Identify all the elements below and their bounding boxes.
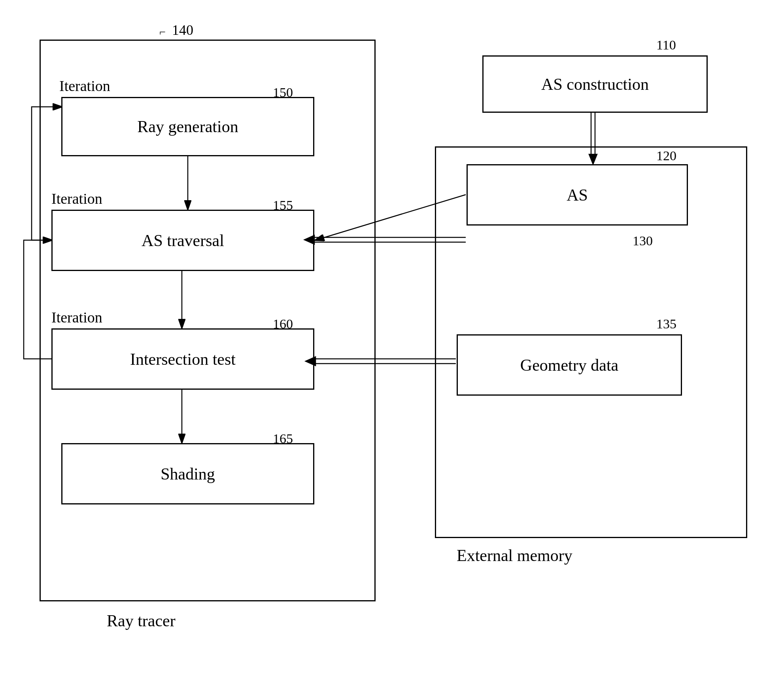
ref-120: 120 bbox=[656, 148, 676, 163]
as-construction-block: AS construction bbox=[482, 55, 708, 113]
ray-tracer-label: Ray tracer bbox=[107, 611, 176, 630]
as-block: AS bbox=[467, 164, 688, 226]
ref-110: 110 bbox=[656, 38, 676, 53]
external-memory-label: External memory bbox=[457, 546, 572, 565]
ref-140-arrow: ⌐ bbox=[159, 26, 166, 38]
ref-130: 130 bbox=[633, 233, 653, 248]
as-traversal-block: AS traversal bbox=[51, 210, 314, 271]
geometry-data-block: Geometry data bbox=[457, 334, 682, 396]
shading-block: Shading bbox=[61, 443, 314, 504]
ray-generation-block: Ray generation bbox=[61, 97, 314, 156]
ref-150: 150 bbox=[273, 85, 293, 100]
ref-135: 135 bbox=[656, 317, 676, 332]
intersection-test-block: Intersection test bbox=[51, 328, 314, 390]
ref-140: 140 bbox=[172, 22, 193, 38]
iteration-label-1: Iteration bbox=[59, 77, 110, 95]
ref-160: 160 bbox=[273, 317, 293, 332]
iteration-label-2: Iteration bbox=[51, 190, 102, 207]
ref-165: 165 bbox=[273, 431, 293, 446]
ref-155: 155 bbox=[273, 198, 293, 213]
iteration-label-3: Iteration bbox=[51, 309, 102, 326]
